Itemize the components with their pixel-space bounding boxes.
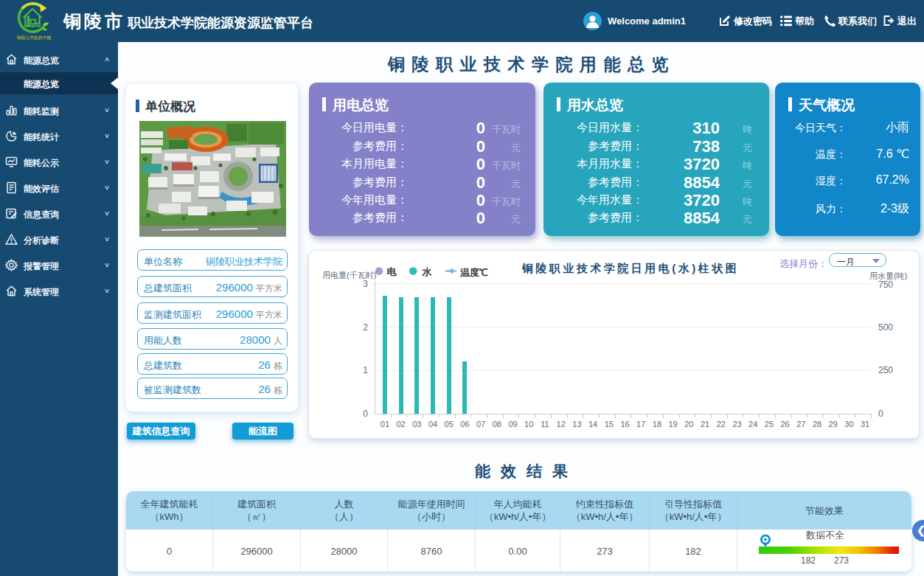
svg-text:水: 水 <box>422 266 433 277</box>
svg-text:电: 电 <box>387 266 397 277</box>
svg-text:铜陵公共机构节能: 铜陵公共机构节能 <box>16 35 52 41</box>
